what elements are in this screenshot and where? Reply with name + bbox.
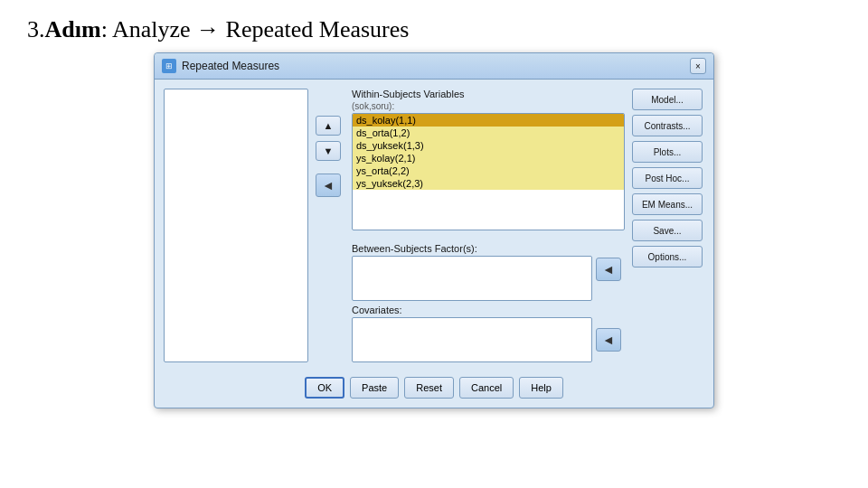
move-between-button[interactable]: ◄ xyxy=(596,258,621,281)
between-subjects-section: Between-Subjects Factor(s): xyxy=(352,243,592,301)
right-buttons-panel: Model... Contrasts... Plots... Post Hoc.… xyxy=(632,89,704,362)
ok-button[interactable]: OK xyxy=(305,377,344,399)
dialog-title: Repeated Measures xyxy=(182,60,279,72)
main-arrow-col: ▲ ▼ ◄ xyxy=(316,89,344,362)
save-button[interactable]: Save... xyxy=(632,220,703,241)
options-button[interactable]: Options... xyxy=(632,246,703,267)
contrasts-button[interactable]: Contrasts... xyxy=(632,115,703,136)
reset-button[interactable]: Reset xyxy=(404,377,454,399)
source-variable-list[interactable] xyxy=(164,89,308,362)
covariates-section: Covariates: xyxy=(352,305,592,362)
arrow-down-button[interactable]: ▼ xyxy=(316,141,341,161)
move-variable-button[interactable]: ◄ xyxy=(316,174,341,197)
dialog-icon: ⊞ xyxy=(162,59,176,73)
within-subjects-section: Within-Subjects Variables (sok,soru): ds… xyxy=(352,89,625,230)
page-title: 3.Adım: Analyze → Repeated Measures xyxy=(0,0,868,52)
plots-button[interactable]: Plots... xyxy=(632,141,703,163)
covariates-label: Covariates: xyxy=(352,305,592,315)
titlebar-left: ⊞ Repeated Measures xyxy=(162,59,279,73)
move-covariates-button[interactable]: ◄ xyxy=(596,328,621,352)
var-item-6[interactable]: ys_yuksek(2,3) xyxy=(353,177,624,190)
dialog-footer: OK Paste Reset Cancel Help xyxy=(155,371,713,408)
cancel-button[interactable]: Cancel xyxy=(459,377,514,399)
var-item-5[interactable]: ys_orta(2,2) xyxy=(353,164,624,177)
close-button[interactable]: × xyxy=(690,58,706,74)
within-sublabel: (sok,soru): xyxy=(352,101,625,111)
within-variables-list[interactable]: ds_kolay(1,1) ds_orta(1,2) ds_yuksek(1,3… xyxy=(352,113,625,230)
dialog-area: ⊞ Repeated Measures × ▲ ▼ ◄ Within-Sub xyxy=(0,52,868,408)
within-label: Within-Subjects Variables xyxy=(352,89,625,99)
paste-button[interactable]: Paste xyxy=(350,377,399,399)
between-cov-arrow-col: ◄ ◄ xyxy=(596,239,625,352)
covariates-box[interactable] xyxy=(352,317,592,362)
var-item-2[interactable]: ds_orta(1,2) xyxy=(353,127,624,139)
var-item-3[interactable]: ds_yuksek(1,3) xyxy=(353,139,624,152)
repeated-measures-dialog: ⊞ Repeated Measures × ▲ ▼ ◄ Within-Sub xyxy=(154,52,714,408)
between-cov-col: Between-Subjects Factor(s): Covariates: xyxy=(352,239,592,362)
var-item-1[interactable]: ds_kolay(1,1) xyxy=(353,114,624,127)
model-button[interactable]: Model... xyxy=(632,89,703,110)
between-subjects-box[interactable] xyxy=(352,256,592,301)
between-label: Between-Subjects Factor(s): xyxy=(352,243,592,254)
help-button[interactable]: Help xyxy=(519,377,563,399)
middle-section: Between-Subjects Factor(s): Covariates: … xyxy=(352,239,625,362)
center-panel: Within-Subjects Variables (sok,soru): ds… xyxy=(352,89,625,362)
dialog-body: ▲ ▼ ◄ Within-Subjects Variables (sok,sor… xyxy=(155,80,713,371)
em-means-button[interactable]: EM Means... xyxy=(632,193,703,215)
dialog-titlebar: ⊞ Repeated Measures × xyxy=(155,53,713,80)
post-hoc-button[interactable]: Post Hoc... xyxy=(632,167,703,189)
arrow-up-button[interactable]: ▲ xyxy=(316,116,341,136)
var-item-4[interactable]: ys_kolay(2,1) xyxy=(353,152,624,164)
